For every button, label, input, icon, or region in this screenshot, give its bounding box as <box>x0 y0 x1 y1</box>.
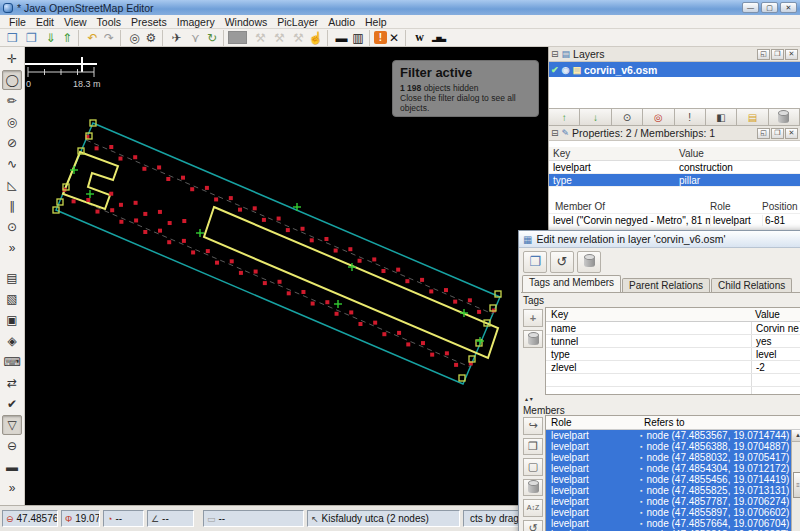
toolbar-icon[interactable]: ✈ <box>167 30 186 46</box>
edit-tool-icon[interactable]: ◎ <box>2 112 22 132</box>
toolbar-icon[interactable]: ! <box>374 31 387 44</box>
edit-tool-icon[interactable]: » <box>2 478 22 498</box>
layers-toolbar-button[interactable] <box>768 108 800 126</box>
edit-tool-icon[interactable]: ▤ <box>2 268 22 288</box>
edit-tool-icon[interactable]: ∥ <box>2 196 22 216</box>
member-row[interactable]: levelpart ▪node (47.4854304, 19.0712172) <box>546 463 800 474</box>
tag-row[interactable]: name Corvin ne <box>546 322 800 335</box>
tag-row[interactable]: zlevel -2 <box>546 361 800 374</box>
members-scrollbar[interactable]: ▲ ≡ <box>791 430 800 531</box>
panel-button[interactable]: ◱ <box>757 49 770 60</box>
edit-tool-icon[interactable]: ∿ <box>2 154 22 174</box>
panel-button[interactable]: ◱ <box>757 128 770 139</box>
tag-row[interactable] <box>546 387 800 395</box>
menu-item[interactable]: Edit <box>31 16 59 28</box>
layers-toolbar-button[interactable]: ▤ <box>736 108 768 126</box>
menu-item[interactable]: PicLayer <box>272 16 323 28</box>
panel-button[interactable]: ❐ <box>771 128 784 139</box>
member-row[interactable]: levelpart ▪node (47.4853567, 19.0714744) <box>546 430 800 441</box>
edit-tool-icon[interactable]: ⌨ <box>2 352 22 372</box>
panel-button[interactable]: ✕ <box>785 128 798 139</box>
members-side-button[interactable]: ↪ <box>523 417 543 435</box>
toolbar-icon[interactable]: ▥ <box>351 30 370 46</box>
tags-side-button[interactable]: + <box>523 309 543 327</box>
menu-item[interactable]: Imagery <box>172 16 220 28</box>
layer-visible-eye-icon[interactable]: ◉ <box>562 65 570 75</box>
dialog-tab[interactable]: Child Relations <box>711 278 792 292</box>
toolbar-icon[interactable]: ↷ <box>102 30 121 46</box>
collapse-icon[interactable]: ⊟ <box>551 128 559 138</box>
menu-item[interactable]: Tools <box>92 16 127 28</box>
toolbar-icon[interactable] <box>228 31 247 44</box>
member-row[interactable]: levelpart ▪node (47.4855456, 19.0714419) <box>546 474 800 485</box>
toolbar-icon[interactable]: ❐ <box>22 30 41 46</box>
toolbar-icon[interactable]: ❒ <box>3 30 22 46</box>
window-control-button[interactable]: ▢ <box>761 2 778 13</box>
members-side-button[interactable]: ▢ <box>523 458 543 476</box>
menu-item[interactable]: File <box>4 16 31 28</box>
members-side-button[interactable]: ↺ <box>523 520 543 531</box>
menu-item[interactable]: View <box>59 16 92 28</box>
panel-button[interactable]: ✕ <box>785 49 798 60</box>
menu-item[interactable]: Audio <box>323 16 360 28</box>
dialog-titlebar[interactable]: ▦ Edit new relation in layer 'corvin_v6.… <box>519 231 800 248</box>
edit-tool-icon[interactable]: ◈ <box>2 331 22 351</box>
edit-tool-icon[interactable]: ✔ <box>2 394 22 414</box>
dialog-toolbar-button[interactable]: ↺ <box>550 251 574 273</box>
toolbar-icon[interactable]: ↻ <box>205 30 224 46</box>
toolbar-icon[interactable]: ⇑ <box>60 30 79 46</box>
tag-row[interactable]: type level <box>546 348 800 361</box>
edit-tool-icon[interactable]: ⊘ <box>2 133 22 153</box>
layers-toolbar-button[interactable]: ◎ <box>642 108 674 126</box>
toolbar-icon[interactable]: ⚒ <box>270 30 289 46</box>
toolbar-icon[interactable]: ⚙ <box>144 30 163 46</box>
members-side-button[interactable] <box>523 479 543 497</box>
edit-tool-icon[interactable]: ⊖ <box>2 436 22 456</box>
menu-item[interactable]: Presets <box>126 16 172 28</box>
dialog-tab[interactable]: Tags and Members <box>522 275 621 292</box>
menu-item[interactable]: Windows <box>220 16 273 28</box>
property-row[interactable]: levelpart construction <box>549 161 800 174</box>
member-row[interactable]: levelpart ▪node (47.4855897, 19.0706602) <box>546 507 800 518</box>
edit-tool-icon[interactable]: ▬ <box>2 457 22 477</box>
membership-row[interactable]: level ("Corvin negyed - Metro", 81 membe… <box>549 213 800 226</box>
menu-item[interactable]: Help <box>360 16 392 28</box>
splitter[interactable]: ▴ ▾ <box>521 395 800 403</box>
scroll-up-icon[interactable]: ▲ <box>792 430 800 442</box>
toolbar-icon[interactable]: ⋎ <box>186 30 205 46</box>
toolbar-icon[interactable]: ⇓ <box>41 30 60 46</box>
collapse-icon[interactable]: ⊟ <box>551 49 559 59</box>
layers-toolbar-button[interactable]: ↑ <box>548 108 580 126</box>
layers-toolbar-button[interactable]: ! <box>674 108 706 126</box>
edit-tool-icon[interactable]: ▽ <box>2 415 22 435</box>
toolbar-icon[interactable]: ▂▅▃ <box>429 30 448 46</box>
members-side-button[interactable]: A↕Z <box>523 499 543 517</box>
panel-button[interactable]: ❐ <box>771 49 784 60</box>
tag-row[interactable] <box>546 374 800 387</box>
layers-toolbar-button[interactable]: ◧ <box>705 108 737 126</box>
edit-tool-icon[interactable]: ✛ <box>2 49 22 69</box>
edit-tool-icon[interactable]: ▧ <box>2 289 22 309</box>
toolbar-icon[interactable]: ▬ <box>332 30 351 46</box>
member-row[interactable]: levelpart ▪node (47.4855825, 19.0713131) <box>546 485 800 496</box>
members-side-button[interactable]: ❐ <box>523 438 543 456</box>
toolbar-icon[interactable]: ⚒ <box>251 30 270 46</box>
edit-tool-icon[interactable]: ▣ <box>2 310 22 330</box>
edit-tool-icon[interactable]: ◺ <box>2 175 22 195</box>
toolbar-icon[interactable]: ☝ <box>308 30 328 46</box>
toolbar-icon[interactable]: ✕ <box>387 30 406 46</box>
member-row[interactable]: levelpart ▪node (47.4857664, 19.0706704) <box>546 518 800 529</box>
member-row[interactable]: levelpart ▪node (47.4857787, 19.0706274) <box>546 496 800 507</box>
window-control-button[interactable]: — <box>742 2 759 13</box>
property-row[interactable]: type pillar <box>549 174 800 187</box>
tags-side-button[interactable] <box>523 330 543 348</box>
scroll-thumb[interactable]: ≡ <box>793 472 800 498</box>
layers-toolbar-button[interactable]: ↓ <box>579 108 611 126</box>
dialog-toolbar-button[interactable]: ❐ <box>523 251 547 273</box>
layers-toolbar-button[interactable]: ⊙ <box>611 108 643 126</box>
edit-tool-icon[interactable]: ✏ <box>2 91 22 111</box>
member-row[interactable]: levelpart ▪node (47.4858032, 19.0705417) <box>546 452 800 463</box>
dialog-toolbar-button[interactable] <box>577 251 601 273</box>
window-control-button[interactable]: ✕ <box>780 2 797 13</box>
toolbar-icon[interactable]: ⚒ <box>289 30 308 46</box>
